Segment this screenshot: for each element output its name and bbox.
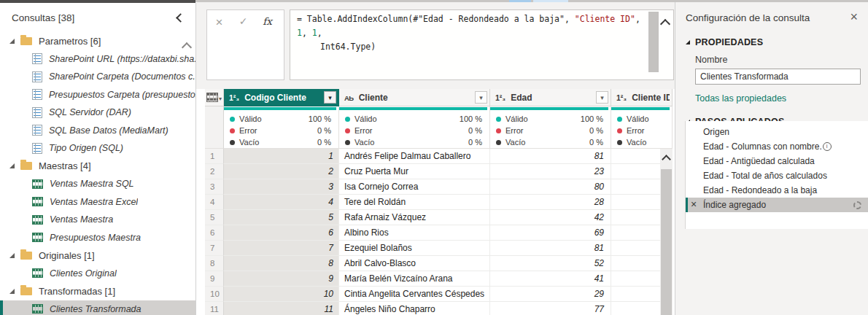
filter-dropdown-icon[interactable]	[475, 91, 487, 104]
step-item[interactable]: Edad - Antigüedad calculada	[686, 154, 868, 168]
table-row[interactable]: 77Ezequiel Bolaños81	[205, 241, 673, 256]
folder-icon	[20, 37, 32, 45]
query-item[interactable]: Presupuestos Maestra	[0, 229, 195, 247]
table-icon	[32, 215, 43, 225]
folder-icon	[20, 252, 32, 260]
query-name-input[interactable]	[695, 69, 861, 85]
stats-codigo-cliente: Válido100 % Error0 % Vacío0 %	[224, 111, 339, 149]
table-icon	[32, 197, 43, 206]
expanded-triangle-icon[interactable]	[686, 40, 690, 44]
parameter-icon	[32, 89, 42, 100]
panel-title: Configuración de la consulta	[686, 12, 850, 23]
commit-formula-icon[interactable]	[231, 15, 255, 27]
folder-icon	[20, 162, 32, 170]
cancel-formula-icon[interactable]	[207, 15, 231, 30]
formula-line-1: = Table.AddIndexColumn(#"Edad - Redondea…	[297, 12, 644, 40]
close-icon[interactable]	[850, 11, 858, 24]
properties-section-header[interactable]: PROPIEDADES	[675, 37, 868, 47]
table-icon	[32, 268, 43, 278]
column-header-codigo-cliente[interactable]: Codigo Cliente	[224, 89, 339, 106]
info-icon[interactable]	[823, 142, 832, 151]
column-header-cliente[interactable]: Cliente	[339, 89, 490, 106]
error-dot-icon	[345, 128, 350, 133]
quality-bar	[224, 107, 336, 110]
formula-input[interactable]: = Table.AddIndexColumn(#"Edad - Redondea…	[290, 9, 674, 80]
sidebar-group-maestras[interactable]: Maestras [4]	[0, 158, 195, 176]
parameter-icon	[32, 143, 42, 154]
valid-dot-icon	[496, 117, 501, 122]
stats-cliente-id: Válido Error Vacío	[611, 111, 673, 149]
table-menu-icon[interactable]	[206, 93, 218, 102]
gear-icon[interactable]	[853, 201, 861, 209]
step-item[interactable]: Edad - Columnas con nombre.	[686, 139, 868, 154]
expanded-triangle-icon[interactable]	[9, 289, 15, 294]
stats-cliente: Válido100 % Error0 % Vacío0 %	[339, 111, 490, 149]
formula-scrollbar-thumb[interactable]	[648, 12, 659, 72]
valid-dot-icon	[345, 117, 350, 122]
column-header-edad[interactable]: Edad	[490, 89, 611, 106]
number-type-icon	[495, 93, 505, 102]
table-icon	[32, 179, 43, 189]
queries-sidebar: Consultas [38] Parametros [6] SharePoint…	[0, 3, 196, 315]
query-item[interactable]: Ventas Maestra	[0, 211, 195, 229]
table-row[interactable]: 1111Ángeles Niño Chaparro77	[205, 302, 673, 315]
query-item[interactable]: SharePoint URL (https://dataxbi.sha...	[0, 50, 195, 69]
column-quality-stats: Válido100 % Error0 % Vacío0 % Válido100 …	[205, 111, 673, 149]
grid-header-row: Codigo Cliente Cliente Edad Cliente ID	[205, 89, 673, 106]
expanded-triangle-icon[interactable]	[9, 163, 15, 168]
valid-dot-icon	[617, 117, 622, 122]
sidebar-group-originales[interactable]: Originales [1]	[0, 246, 195, 265]
all-properties-link[interactable]: Todas las propiedades	[675, 85, 868, 104]
step-item-selected[interactable]: Índice agregado	[686, 198, 868, 212]
table-row[interactable]: 44Tere del Roldán28	[205, 195, 673, 210]
query-item[interactable]: SQL Base Datos (MediaMart)	[0, 122, 195, 140]
query-item[interactable]: SharePoint Carpeta (Documentos c...	[0, 68, 195, 86]
sidebar-group-parametros[interactable]: Parametros [6]	[0, 32, 195, 50]
empty-dot-icon	[496, 140, 501, 145]
step-item[interactable]: Edad - Total de años calculados	[686, 168, 868, 183]
queries-pane-title: Consultas [38]	[12, 12, 177, 23]
query-item[interactable]: Ventas Maestra SQL	[0, 175, 195, 193]
table-row[interactable]: 33Isa Cornejo Correa80	[205, 179, 673, 195]
grid-vertical-scrollbar[interactable]	[660, 149, 673, 315]
scroll-up-icon[interactable]	[662, 155, 671, 164]
scrollbar-thumb[interactable]	[661, 169, 672, 315]
table-row[interactable]: 99María Belén Vizcaíno Arana41	[205, 271, 673, 287]
table-icon	[32, 304, 43, 314]
empty-dot-icon	[617, 140, 622, 145]
collapse-formula-bar-icon[interactable]	[660, 19, 670, 29]
expanded-triangle-icon[interactable]	[9, 39, 15, 44]
quality-bar	[339, 107, 487, 110]
quality-bar	[490, 107, 608, 110]
step-item[interactable]: Origen	[686, 125, 868, 139]
query-item[interactable]: Presupuestos Carpeta (presupuestos)	[0, 86, 195, 104]
column-header-cliente-id[interactable]: Cliente ID	[611, 89, 673, 106]
query-item[interactable]: Tipo Origen (SQL)	[0, 139, 195, 158]
filter-dropdown-icon[interactable]	[596, 91, 608, 104]
table-row[interactable]: 1010Cintia Angelita Cervantes Céspedes29	[205, 287, 673, 302]
table-row[interactable]: 22Cruz Puerta Mur23	[205, 164, 673, 179]
table-row[interactable]: 66Albino Rios69	[205, 225, 673, 241]
delete-step-icon[interactable]	[691, 198, 697, 210]
select-all-corner[interactable]	[205, 89, 224, 106]
expanded-triangle-icon[interactable]	[9, 253, 15, 258]
query-item[interactable]: Clientes Original	[0, 265, 195, 283]
data-preview-grid: Codigo Cliente Cliente Edad Cliente ID V…	[205, 89, 673, 315]
filter-dropdown-icon[interactable]	[324, 91, 336, 104]
query-item-selected[interactable]: Clientes Transformada	[0, 300, 195, 315]
sidebar-group-transformadas[interactable]: Transformadas [1]	[0, 282, 195, 300]
table-row[interactable]: 11Andrés Felipe Dalmau Caballero81	[205, 149, 673, 164]
collapse-pane-icon[interactable]	[176, 13, 185, 23]
query-item[interactable]: Ventas Maestra Excel	[0, 193, 195, 211]
error-dot-icon	[617, 128, 622, 133]
applied-steps-list: Origen Edad - Columnas con nombre. Edad …	[685, 121, 868, 229]
table-row[interactable]: 88Abril Calvo-Blasco52	[205, 256, 673, 271]
empty-dot-icon	[230, 140, 235, 145]
number-type-icon	[616, 93, 627, 102]
table-row[interactable]: 55Rafa Arnaiz Vázquez42	[205, 210, 673, 225]
parameter-icon	[32, 107, 42, 118]
empty-dot-icon	[345, 140, 350, 145]
query-item[interactable]: SQL Servidor (DAR)	[0, 104, 195, 122]
parameter-icon	[32, 53, 42, 64]
step-item[interactable]: Edad - Redondeado a la baja	[686, 183, 868, 198]
